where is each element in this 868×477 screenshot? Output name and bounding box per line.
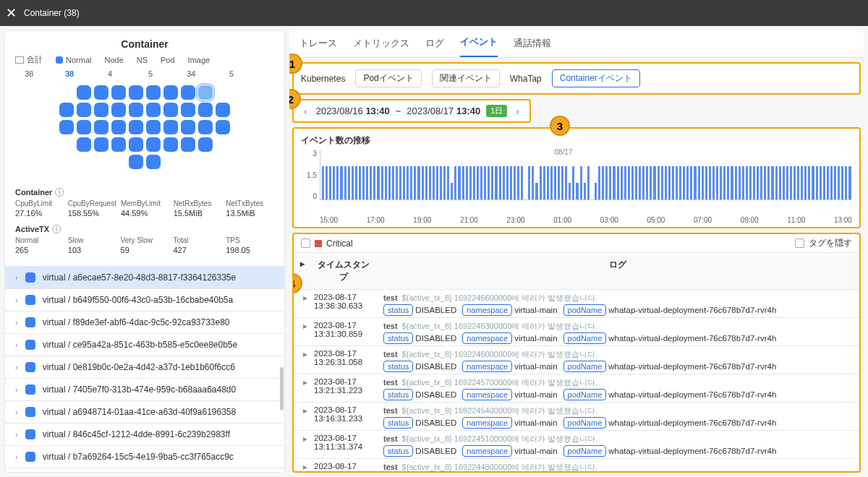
log-row[interactable]: ▸2023-08-1713:16:31.233test ${active_tx_… (294, 403, 859, 431)
honeycomb-cell[interactable] (129, 155, 143, 169)
chart-bar[interactable] (676, 166, 678, 199)
chart-bar[interactable] (495, 166, 497, 199)
chart-bar[interactable] (848, 166, 851, 199)
chart-bar[interactable] (602, 166, 604, 199)
chart-bar[interactable] (823, 166, 825, 199)
honeycomb-cell[interactable] (181, 137, 195, 152)
chart-bar[interactable] (801, 166, 803, 199)
honeycomb-cell[interactable] (77, 137, 91, 152)
chart-bar[interactable] (834, 166, 836, 199)
chart-bar[interactable] (613, 166, 615, 199)
honeycomb-cell[interactable] (94, 85, 109, 100)
chart-bar[interactable] (845, 166, 847, 199)
honeycomb-cell[interactable] (111, 137, 126, 152)
chart-bar[interactable] (554, 166, 556, 199)
chart-bar[interactable] (565, 166, 567, 199)
pill-pod-events[interactable]: Podイベント (355, 69, 421, 87)
chart-bar[interactable] (550, 166, 553, 199)
virtual-list-row[interactable]: ›virtual / 7405e7f0-313b-474e-959c-b68aa… (5, 379, 284, 401)
info-icon[interactable]: i (52, 225, 61, 233)
tab[interactable]: メトリックス (353, 37, 409, 57)
virtual-list-row[interactable]: ›virtual / b7a69264-15c5-4e19-9ba5-cc3f7… (5, 446, 284, 468)
chart-bar[interactable] (377, 166, 379, 199)
chart-bar[interactable] (403, 166, 405, 199)
chart-bar[interactable] (521, 166, 523, 199)
chart-bar[interactable] (462, 166, 464, 199)
prev-icon[interactable]: ‹ (301, 106, 310, 117)
chart-bar[interactable] (422, 166, 424, 199)
chart-bar[interactable] (720, 166, 722, 199)
chart-bar[interactable] (454, 166, 456, 199)
chart-bar[interactable] (491, 166, 493, 199)
chart-bar[interactable] (352, 166, 354, 199)
virtual-list-row[interactable]: ›virtual / 0e819b0c-0e2a-4d42-a37d-1eb1b… (5, 356, 284, 379)
tag-namespace[interactable]: namespace (462, 361, 512, 372)
chart-bar[interactable] (388, 166, 391, 199)
scrollbar[interactable] (280, 367, 284, 411)
chart-bar[interactable] (749, 166, 752, 199)
log-body[interactable]: ▸2023-08-1713:36:30.633test ${active_tx_… (294, 290, 859, 471)
chart-bar[interactable] (757, 166, 759, 199)
chart-bar[interactable] (514, 166, 516, 199)
honeycomb-cell[interactable] (181, 85, 195, 100)
honeycomb-cell[interactable] (146, 155, 161, 169)
timerange-picker[interactable]: ‹ 2023/08/16 13:40 ~ 2023/08/17 13:40 1日… (292, 99, 531, 123)
chart-bar[interactable] (333, 166, 335, 199)
honeycomb-cell[interactable] (198, 137, 213, 152)
chevron-right-icon[interactable]: › (15, 452, 18, 461)
chart-bar[interactable] (547, 166, 549, 199)
honeycomb-cell[interactable] (163, 85, 178, 100)
log-row[interactable]: ▸2023-08-1713:36:30.633test ${active_tx_… (294, 290, 859, 318)
log-row[interactable]: ▸2023-08-1713:21:31.223test ${active_tx_… (294, 374, 859, 403)
honeycomb-cell[interactable] (163, 137, 178, 152)
chart-bar[interactable] (499, 166, 501, 199)
chart-bar[interactable] (827, 166, 829, 199)
tab[interactable]: トレース (299, 37, 337, 57)
chart-bar[interactable] (359, 166, 361, 199)
chart-bar[interactable] (410, 166, 412, 199)
chart-bar[interactable] (727, 166, 729, 199)
chart-bar[interactable] (473, 166, 475, 199)
chart-bar[interactable] (503, 166, 505, 199)
chart-bar[interactable] (561, 166, 563, 199)
tag-podname[interactable]: podName (563, 304, 607, 316)
tab[interactable]: イベント (460, 35, 498, 57)
tag-podname[interactable]: podName (563, 361, 607, 372)
chart-bar[interactable] (775, 166, 778, 199)
chart-bar[interactable] (584, 183, 586, 199)
tag-status[interactable]: status (383, 304, 413, 316)
honeycomb-cell[interactable] (111, 103, 126, 117)
chart-bar[interactable] (595, 183, 597, 199)
chart-bar[interactable] (653, 166, 655, 199)
chart-bar[interactable] (665, 166, 667, 199)
chart-bar[interactable] (783, 166, 785, 199)
tag-podname[interactable]: podName (563, 389, 607, 400)
pill-container-events[interactable]: Containerイベント (552, 69, 640, 87)
chart-bar[interactable] (838, 166, 840, 199)
tag-podname[interactable]: podName (563, 445, 607, 457)
chart-bar[interactable] (658, 166, 660, 199)
chart-bar[interactable] (443, 166, 446, 199)
tag-namespace[interactable]: namespace (462, 389, 512, 400)
tag-namespace[interactable]: namespace (462, 417, 512, 429)
critical-checkbox[interactable] (301, 239, 310, 248)
chart-bar[interactable] (646, 166, 648, 199)
chart-bar[interactable] (469, 166, 472, 199)
virtual-list-row[interactable]: ›virtual / b649f550-00f6-43c0-a53b-16cba… (5, 289, 284, 311)
chart-bar[interactable] (816, 166, 818, 199)
chart-bar[interactable] (540, 166, 542, 199)
chart-bar[interactable] (535, 183, 537, 199)
chart-bar[interactable] (429, 166, 431, 199)
chart-bar[interactable] (543, 166, 545, 199)
chart-bar[interactable] (370, 166, 372, 199)
chart-bar[interactable] (705, 166, 707, 199)
chart-bar[interactable] (702, 166, 704, 199)
chart-bar[interactable] (414, 166, 416, 199)
tag-status[interactable]: status (383, 332, 413, 344)
honeycomb-cell[interactable] (198, 120, 213, 134)
chart-bar[interactable] (786, 166, 788, 199)
chart-bar[interactable] (642, 166, 644, 199)
tag-status[interactable]: status (383, 445, 413, 457)
honeycomb-cell[interactable] (163, 103, 178, 117)
honeycomb-cell[interactable] (111, 85, 126, 100)
